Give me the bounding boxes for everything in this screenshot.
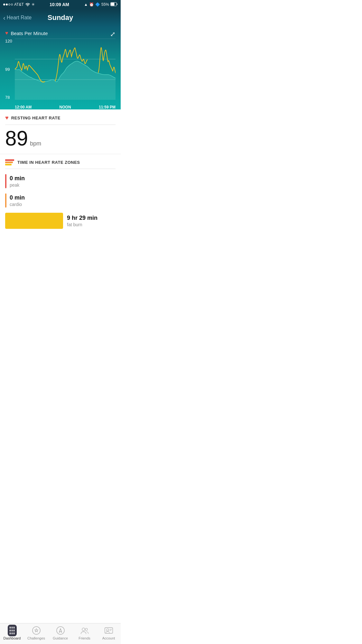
x-mid: NOON	[60, 105, 71, 109]
chart-svg	[15, 39, 116, 100]
spinner-icon: ✳	[32, 2, 35, 7]
fatburn-zone-name: fat burn	[67, 222, 97, 227]
resting-value-display: 89 bpm	[5, 128, 116, 149]
page-header: ‹ Heart Rate Sunday	[0, 9, 121, 26]
dot-4	[11, 4, 13, 5]
carrier-label: AT&T	[14, 2, 24, 7]
fatburn-bar	[5, 213, 63, 229]
bluetooth-icon: 🔷	[95, 2, 100, 7]
cardio-zone-info: 0 min cardio	[10, 194, 25, 207]
resting-heart-icon: ♥	[5, 115, 9, 121]
zones-icon	[5, 159, 14, 165]
status-right: ▲ ⏰ 🔷 55%	[84, 2, 117, 7]
peak-zone-value: 0 min	[10, 175, 25, 182]
y-max: 120	[5, 39, 12, 43]
svg-rect-1	[111, 3, 115, 5]
battery-icon	[110, 2, 117, 7]
x-end: 11:59 PM	[99, 105, 116, 109]
y-mid: 99	[5, 67, 12, 72]
expand-icon[interactable]: ⤢	[110, 30, 116, 38]
resting-bpm-value: 89	[5, 128, 28, 149]
cardio-zone-icon	[5, 162, 13, 163]
alarm-icon: ⏰	[89, 2, 94, 7]
cardio-zone-row: 0 min cardio	[5, 193, 116, 208]
battery-percent: 55%	[101, 2, 109, 7]
legend-label: Beats Per Minute	[11, 31, 48, 36]
resting-heart-rate-section: ♥ RESTING HEART RATE 89 bpm	[0, 109, 121, 154]
fatburn-zone-value: 9 hr 29 min	[67, 215, 97, 221]
page-title: Sunday	[48, 14, 73, 22]
resting-section-header: ♥ RESTING HEART RATE	[5, 115, 116, 125]
back-label: Heart Rate	[7, 15, 32, 21]
cardio-zone-name: cardio	[10, 202, 25, 207]
chart-wrapper: 120 99 78	[5, 39, 116, 109]
peak-zone-icon	[5, 159, 14, 161]
fatburn-zone-info: 9 hr 29 min fat burn	[67, 215, 97, 227]
location-icon: ▲	[84, 2, 88, 7]
x-axis-labels: 12:00 AM NOON 11:59 PM	[15, 105, 116, 109]
fatburn-zone-row: 9 hr 29 min fat burn	[5, 213, 116, 229]
cardio-zone-indicator	[5, 193, 6, 208]
wifi-icon	[25, 2, 30, 7]
chart-legend: ♥ Beats Per Minute	[5, 30, 116, 36]
y-axis-labels: 120 99 78	[5, 39, 12, 100]
back-button[interactable]: ‹ Heart Rate	[3, 14, 32, 22]
zones-header: TIME IN HEART RATE ZONES	[5, 159, 116, 169]
peak-zone-row: 0 min peak	[5, 174, 116, 188]
zones-section-title: TIME IN HEART RATE ZONES	[17, 160, 80, 165]
peak-zone-info: 0 min peak	[10, 175, 25, 188]
resting-bpm-unit: bpm	[30, 140, 41, 147]
status-left: AT&T ✳	[3, 2, 35, 7]
cardio-zone-value: 0 min	[10, 194, 25, 201]
dot-2	[6, 4, 8, 5]
dot-1	[3, 4, 5, 5]
status-bar: AT&T ✳ 10:09 AM ▲ ⏰ 🔷 55%	[0, 0, 121, 9]
peak-zone-name: peak	[10, 182, 25, 188]
y-min: 78	[5, 95, 12, 100]
dot-3	[8, 4, 10, 5]
peak-zone-indicator	[5, 174, 6, 188]
heart-icon-legend: ♥	[5, 30, 8, 36]
x-start: 12:00 AM	[15, 105, 32, 109]
chart-container: ♥ Beats Per Minute ⤢ 120 99 78	[0, 26, 121, 109]
back-chevron-icon: ‹	[3, 14, 5, 22]
signal-dots	[3, 4, 13, 5]
status-time: 10:09 AM	[50, 2, 69, 7]
fatburn-zone-icon	[5, 164, 12, 165]
resting-section-title: RESTING HEART RATE	[11, 116, 60, 120]
heart-rate-zones-section: TIME IN HEART RATE ZONES 0 min peak 0 mi…	[0, 154, 121, 239]
content-area: ♥ RESTING HEART RATE 89 bpm TIME IN HEAR…	[0, 109, 121, 265]
